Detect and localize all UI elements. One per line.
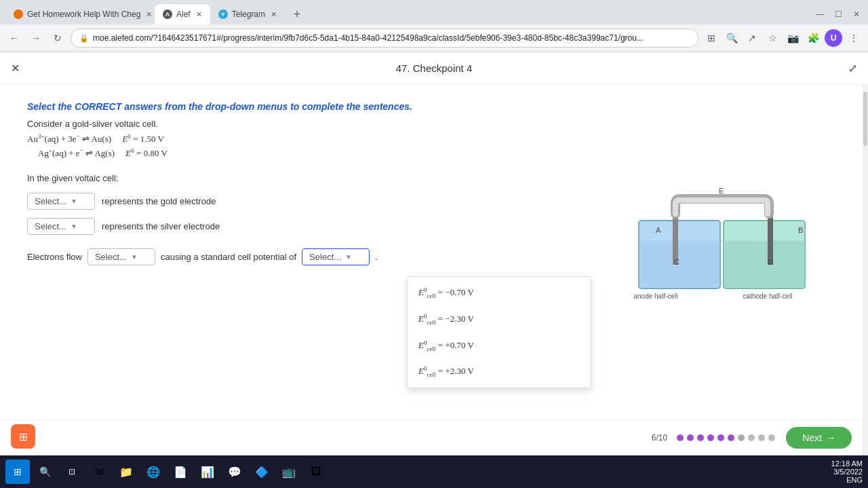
svg-text:A: A xyxy=(656,226,661,234)
svg-text:B: B xyxy=(798,226,803,234)
voltaic-cell-diagram: A B C D E anode half-cell cathode half-c… xyxy=(618,173,822,302)
minimize-button[interactable]: — xyxy=(813,10,827,19)
dropdown-3-placeholder: Select... xyxy=(95,252,127,262)
taskbar: ⊞ 🔍 ⊡ ✉ 📁 🌐 📄 📊 💬 🔷 📺 🖼 12:18 AM 3/5/202… xyxy=(0,455,868,456)
tab-alef[interactable]: A Alef ✕ xyxy=(155,4,210,24)
window-controls: — ☐ ✕ xyxy=(813,10,863,19)
new-tab-button[interactable]: + xyxy=(288,5,307,24)
dot-7 xyxy=(738,434,745,441)
tab-chegg-close[interactable]: ✕ xyxy=(146,10,152,19)
progress-section: 6/10 xyxy=(652,433,786,443)
next-button[interactable]: Next → xyxy=(786,427,852,449)
dropdown-1-label: represents the gold electrode xyxy=(102,196,216,206)
svg-text:D: D xyxy=(768,258,773,266)
browser-chrome: Get Homework Help With Cheg ✕ A Alef ✕ ✈… xyxy=(0,0,868,52)
bookmark-icon[interactable]: ☆ xyxy=(764,29,781,47)
tab-bar: Get Homework Help With Cheg ✕ A Alef ✕ ✈… xyxy=(0,0,868,24)
lock-icon: 🔒 xyxy=(79,34,89,43)
dot-5 xyxy=(717,434,724,441)
next-label: Next xyxy=(802,432,822,443)
dot-4 xyxy=(707,434,714,441)
scrollbar[interactable] xyxy=(863,85,868,456)
dropdown-1-placeholder: Select... xyxy=(35,196,66,206)
alef-icon: A xyxy=(163,10,172,19)
quiz-close-button[interactable]: ✕ xyxy=(11,62,20,75)
window-close-button[interactable]: ✕ xyxy=(850,10,863,19)
back-button[interactable]: ← xyxy=(5,29,23,47)
dropdown-1-arrow: ▼ xyxy=(71,198,77,205)
extension-icon[interactable]: ⊞ xyxy=(703,29,720,47)
question-body: In the given voltaic cell: Select... ▼ r… xyxy=(27,173,835,389)
svg-rect-5 xyxy=(768,210,773,265)
telegram-icon: ✈ xyxy=(218,10,228,19)
puzzle-icon[interactable]: 🧩 xyxy=(804,29,822,47)
dropdown-option-2[interactable]: E0cell = −2.30 V xyxy=(408,306,591,333)
search-icon[interactable]: 🔍 xyxy=(723,29,741,47)
svg-rect-4 xyxy=(725,241,804,287)
dropdown-2-arrow: ▼ xyxy=(71,223,77,230)
camera-icon[interactable]: 📷 xyxy=(784,29,802,47)
dropdown-4-arrow: ▼ xyxy=(345,253,352,261)
quiz-expand-button[interactable]: ⤢ xyxy=(848,62,857,75)
dot-8 xyxy=(748,434,755,441)
dropdown-4-placeholder: Select... xyxy=(309,252,341,262)
svg-text:C: C xyxy=(674,258,679,266)
instruction-text: Select the CORRECT answers from the drop… xyxy=(27,101,835,112)
causing-label: causing a standard cell potential of xyxy=(161,252,296,262)
quiz-title: 47. Checkpoint 4 xyxy=(396,62,473,74)
url-text: moe.alefed.com/?1646423517671#/progress/… xyxy=(93,33,644,43)
tab-alef-close[interactable]: ✕ xyxy=(196,10,202,19)
scrollbar-thumb[interactable] xyxy=(863,92,867,146)
main-content: Select the CORRECT answers from the drop… xyxy=(0,85,863,456)
tab-chegg-label: Get Homework Help With Cheg xyxy=(27,10,140,19)
chegg-icon xyxy=(14,10,23,19)
share-icon[interactable]: ↗ xyxy=(743,29,761,47)
dot-6 xyxy=(728,434,734,441)
left-icon: ⊞ xyxy=(11,424,35,449)
bottom-bar: ⊞ 6/10 Next → xyxy=(0,419,863,455)
dropdown-2[interactable]: Select... ▼ xyxy=(27,218,95,235)
right-panel: A B C D E anode half-cell cathode half-c… xyxy=(618,173,835,389)
svg-text:cathode half-cell: cathode half-cell xyxy=(743,293,793,300)
progress-dots xyxy=(677,434,775,441)
svg-rect-1 xyxy=(640,241,719,287)
electrons-flow-label: Electrons flow xyxy=(27,252,82,262)
forward-button[interactable]: → xyxy=(27,29,45,47)
left-panel: In the given voltaic cell: Select... ▼ r… xyxy=(27,173,591,389)
dropdown-option-3[interactable]: E0cell = +0.70 V xyxy=(408,333,591,359)
dropdown-1[interactable]: Select... ▼ xyxy=(27,193,95,210)
svg-text:anode half-cell: anode half-cell xyxy=(633,293,677,300)
formula-2: Ag+(aq) + e− ⇌ Ag(s) E0 = 0.80 V xyxy=(38,147,835,159)
svg-text:E: E xyxy=(719,187,724,195)
dropdown-3-arrow: ▼ xyxy=(131,253,138,261)
dot-10 xyxy=(768,434,775,441)
dot-2 xyxy=(687,434,694,441)
dot-9 xyxy=(758,434,765,441)
description-text: Consider a gold-silver voltaic cell. xyxy=(27,119,835,129)
dropdown-row-1: Select... ▼ represents the gold electrod… xyxy=(27,193,591,210)
dot-3 xyxy=(697,434,704,441)
in-given-text: In the given voltaic cell: xyxy=(27,173,591,183)
profile-button[interactable]: U xyxy=(825,29,842,47)
tab-telegram-label: Telegram xyxy=(232,10,265,19)
tab-chegg[interactable]: Get Homework Help With Cheg ✕ xyxy=(5,4,155,24)
dot-1 xyxy=(677,434,684,441)
menu-icon[interactable]: ⋮ xyxy=(845,29,863,47)
progress-label: 6/10 xyxy=(652,433,667,443)
url-bar[interactable]: 🔒 moe.alefed.com/?1646423517671#/progres… xyxy=(71,29,698,48)
address-bar: ← → ↻ 🔒 moe.alefed.com/?1646423517671#/p… xyxy=(0,24,868,52)
dropdown-row-2: Select... ▼ represents the silver electr… xyxy=(27,218,591,235)
quiz-topbar: ✕ 47. Checkpoint 4 ⤢ xyxy=(0,52,868,85)
period-mark: . xyxy=(375,252,378,262)
dropdown-3[interactable]: Select... ▼ xyxy=(87,248,155,265)
dropdown-option-4[interactable]: E0cell = +2.30 V xyxy=(408,358,591,385)
tab-telegram-close[interactable]: ✕ xyxy=(271,10,277,19)
tab-telegram[interactable]: ✈ Telegram ✕ xyxy=(210,4,285,24)
dropdown-option-1[interactable]: E0cell = −0.70 V xyxy=(408,280,591,306)
dropdown-2-placeholder: Select... xyxy=(35,221,66,231)
formula-1: Au3+(aq) + 3e− ⇌ Au(s) E0 = 1.50 V xyxy=(27,133,835,145)
maximize-button[interactable]: ☐ xyxy=(832,10,845,19)
refresh-button[interactable]: ↻ xyxy=(49,29,66,47)
dropdown-4[interactable]: Select... ▼ xyxy=(302,248,370,265)
next-arrow-icon: → xyxy=(826,432,835,443)
